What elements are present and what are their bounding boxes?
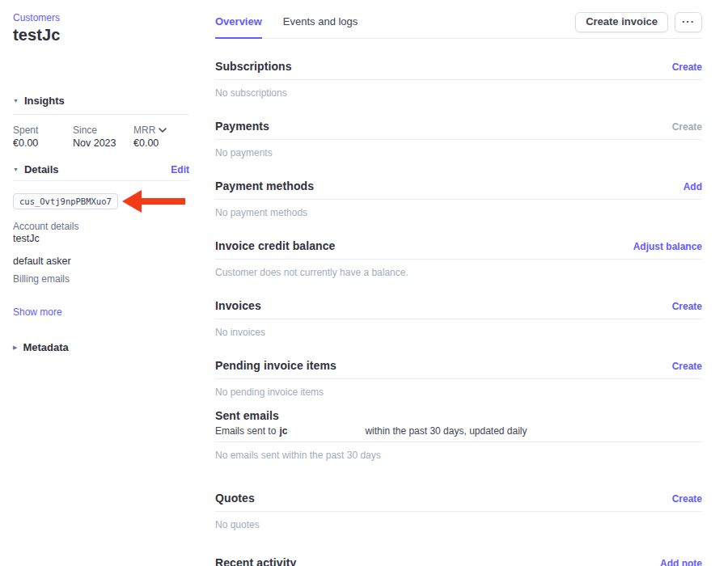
sent-emails-subtitle: Emails sent to jc within the past 30 day… <box>215 425 702 437</box>
account-details-label: Account details <box>13 221 189 232</box>
divider <box>215 259 702 260</box>
empty-state-text: No emails sent within the past 30 days <box>215 450 702 461</box>
stat-spent-value: €0.00 <box>13 137 73 149</box>
divider <box>215 441 702 442</box>
details-title: Details <box>24 163 59 175</box>
section-quotes: Quotes Create No quotes <box>215 492 702 530</box>
sent-emails-suffix: within the past 30 days, updated daily <box>365 425 527 437</box>
empty-state-text: No payment methods <box>215 207 702 218</box>
section-title: Invoices <box>215 299 261 312</box>
add-note-link[interactable]: Add note <box>660 558 702 566</box>
divider <box>215 79 702 80</box>
section-subscriptions: Subscriptions Create No subscriptions <box>215 60 702 99</box>
create-subscription-link[interactable]: Create <box>672 61 702 73</box>
ellipsis-icon: ··· <box>682 15 695 27</box>
stat-since: Since Nov 2023 <box>73 125 133 149</box>
chevron-down-icon[interactable] <box>159 128 167 133</box>
stat-mrr-label-text: MRR <box>133 125 155 136</box>
stat-mrr-label: MRR <box>133 125 167 136</box>
divider <box>215 511 702 512</box>
customer-sidebar: Customers testJc ▼ Insights Spent €0.00 … <box>0 0 202 353</box>
sent-emails-recipient: jc <box>279 425 287 437</box>
adjust-balance-link[interactable]: Adjust balance <box>633 241 702 252</box>
section-invoice-credit-balance: Invoice credit balance Adjust balance Cu… <box>215 239 702 278</box>
empty-state-text: No quotes <box>215 519 702 530</box>
collapse-triangle-icon: ▼ <box>13 167 19 172</box>
stat-mrr: MRR €0.00 <box>133 125 167 149</box>
section-title: Pending invoice items <box>215 359 336 372</box>
create-invoice-button[interactable]: Create invoice <box>575 12 668 32</box>
stat-since-label: Since <box>73 125 133 136</box>
section-invoices: Invoices Create No invoices <box>215 299 702 338</box>
tab-bar: Overview Events and logs Create invoice … <box>215 0 702 39</box>
section-title: Recent activity <box>215 556 296 566</box>
add-payment-method-link[interactable]: Add <box>684 181 702 192</box>
header-actions: Create invoice ··· <box>575 12 702 38</box>
insights-section-header[interactable]: ▼ Insights <box>13 95 189 107</box>
customer-id-row: cus_Ovtj9npPBMXuo7 <box>13 188 189 214</box>
breadcrumb-customers[interactable]: Customers <box>13 12 189 23</box>
tab-overview[interactable]: Overview <box>215 15 262 39</box>
section-title: Invoice credit balance <box>215 239 335 252</box>
insights-stats: Spent €0.00 Since Nov 2023 MRR €0.00 <box>13 125 189 149</box>
section-recent-activity: Recent activity Add note Customer was cr… <box>215 556 702 566</box>
metadata-section-header[interactable]: ▶ Metadata <box>13 341 189 353</box>
section-title: Subscriptions <box>215 60 292 73</box>
empty-state-text: No pending invoice items <box>215 386 702 398</box>
divider <box>13 180 189 181</box>
divider <box>13 114 189 115</box>
customer-id-badge[interactable]: cus_Ovtj9npPBMXuo7 <box>13 193 118 209</box>
divider <box>215 139 702 140</box>
red-arrow-annotation <box>122 188 187 214</box>
sent-emails-prefix: Emails sent to <box>215 425 276 437</box>
tabs: Overview Events and logs <box>215 15 358 38</box>
collapse-triangle-icon: ▼ <box>13 98 19 103</box>
section-pending-invoice-items: Pending invoice items Create No pending … <box>215 359 702 398</box>
insights-title: Insights <box>24 95 65 107</box>
stat-spent: Spent €0.00 <box>13 125 73 149</box>
section-title: Sent emails <box>215 409 279 422</box>
customer-main-panel: Overview Events and logs Create invoice … <box>215 0 702 566</box>
tab-events-and-logs[interactable]: Events and logs <box>283 15 358 39</box>
create-payment-link[interactable]: Create <box>672 121 702 133</box>
stat-mrr-value: €0.00 <box>133 137 167 149</box>
section-payments: Payments Create No payments <box>215 120 702 158</box>
details-section-header[interactable]: ▼ Details Edit <box>13 163 189 175</box>
metadata-title: Metadata <box>23 341 68 353</box>
empty-state-text: No invoices <box>215 327 702 338</box>
expand-triangle-icon: ▶ <box>13 344 17 350</box>
section-sent-emails: Sent emails Emails sent to jc within the… <box>215 409 702 461</box>
divider <box>215 378 702 379</box>
stat-spent-label: Spent <box>13 125 73 136</box>
billing-emails-label: Billing emails <box>13 273 189 285</box>
section-title: Quotes <box>215 492 255 505</box>
page-title: testJc <box>13 26 189 44</box>
section-title: Payment methods <box>215 180 314 192</box>
redacted-email-gap <box>287 425 365 437</box>
create-quote-link[interactable]: Create <box>672 493 702 505</box>
empty-state-text: No payments <box>215 147 702 158</box>
edit-details-link[interactable]: Edit <box>171 164 189 175</box>
section-title: Payments <box>215 120 269 133</box>
section-payment-methods: Payment methods Add No payment methods <box>215 180 702 218</box>
create-invoice-link[interactable]: Create <box>672 301 702 312</box>
account-name-value: testJc <box>13 233 189 244</box>
divider <box>215 199 702 200</box>
customer-description-value: default asker <box>13 256 189 267</box>
more-options-button[interactable]: ··· <box>675 12 702 32</box>
create-invoice-item-link[interactable]: Create <box>672 361 702 372</box>
stat-since-value: Nov 2023 <box>73 137 133 149</box>
show-more-link[interactable]: Show more <box>13 306 189 318</box>
empty-state-text: Customer does not currently have a balan… <box>215 267 702 278</box>
empty-state-text: No subscriptions <box>215 87 702 99</box>
divider <box>215 319 702 319</box>
